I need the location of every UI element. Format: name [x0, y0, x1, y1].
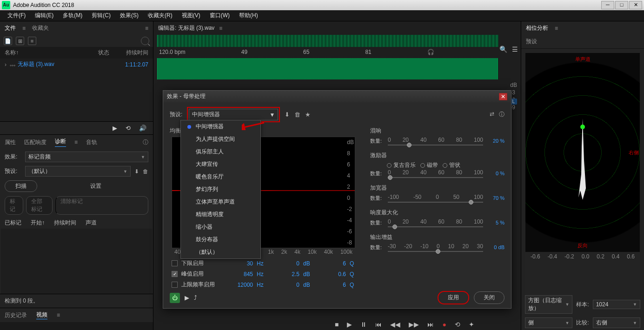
search-icon[interactable]: [141, 37, 149, 45]
dropdown-item[interactable]: 缩小器: [181, 221, 260, 233]
close-button[interactable]: 关闭: [474, 291, 505, 304]
settings-button[interactable]: 设置: [43, 182, 148, 190]
zoom-icon[interactable]: 🔍: [499, 46, 507, 53]
col-name[interactable]: 名称↑: [5, 49, 98, 57]
slider-knob[interactable]: [469, 200, 473, 205]
power-button[interactable]: ⏻: [170, 293, 180, 303]
gain-value[interactable]: 0: [272, 260, 299, 267]
menu-multitrack[interactable]: 多轨(M): [58, 12, 87, 20]
enable-checkbox[interactable]: [172, 282, 178, 288]
dropdown-item[interactable]: 精细透明度: [181, 208, 260, 221]
tab-loudness[interactable]: 匹配响度: [24, 139, 46, 146]
minimize-button[interactable]: ─: [601, 1, 614, 9]
dropdown-item[interactable]: 为人声提供空间: [181, 133, 260, 145]
freq-value[interactable]: 30: [225, 260, 253, 267]
slider-track[interactable]: [388, 177, 483, 178]
skip-back-button[interactable]: ⏮: [375, 321, 382, 328]
slider-value[interactable]: 70 %: [487, 195, 505, 201]
forward-button[interactable]: ▶▶: [409, 321, 419, 328]
dropdown-item[interactable]: 鼓分布器: [181, 233, 260, 246]
save-preset-icon[interactable]: ⬇: [285, 111, 290, 118]
preview-loop-button[interactable]: ⤴: [194, 294, 197, 301]
multitrack-icon[interactable]: ≡: [28, 37, 36, 45]
histogram-select[interactable]: 方图（日志缩放）▼: [525, 295, 572, 314]
info-icon[interactable]: ⓘ: [143, 139, 148, 146]
panel-menu-icon[interactable]: ≡: [74, 139, 78, 145]
slider-value[interactable]: 0 dB: [487, 244, 505, 250]
dlg-preset-select[interactable]: 中间增强器▼: [189, 109, 278, 120]
q-value[interactable]: 6: [318, 260, 346, 267]
col-status[interactable]: 状态: [98, 49, 126, 57]
gain-value[interactable]: 0: [272, 282, 299, 288]
tab-phase[interactable]: 相位分析: [526, 24, 548, 32]
clear-marks-chip[interactable]: 清除标记: [55, 196, 148, 215]
scan-button[interactable]: 扫描: [5, 180, 37, 192]
dropdown-item[interactable]: 暖色音乐厅: [181, 171, 260, 183]
apply-button[interactable]: 应用: [438, 291, 469, 304]
tab-history[interactable]: 历史记录: [5, 311, 27, 319]
menu-favorites[interactable]: 收藏夹(R): [143, 12, 177, 20]
dropdown-item[interactable]: 大肆宣传: [181, 158, 260, 171]
dropdown-item[interactable]: 立体声至单声道: [181, 196, 260, 208]
slider-knob[interactable]: [436, 249, 440, 254]
play-icon[interactable]: ▶: [113, 125, 117, 132]
slider-track[interactable]: [388, 226, 483, 227]
dropdown-item[interactable]: （默认）: [181, 246, 260, 258]
skip-fwd-button[interactable]: ⏭: [427, 321, 434, 328]
rewind-button[interactable]: ◀◀: [390, 321, 400, 328]
slider-value[interactable]: 20 %: [487, 138, 505, 144]
main-waveform[interactable]: +0 dB: [157, 58, 498, 79]
samples-select[interactable]: 1024▼: [593, 300, 640, 309]
play-button[interactable]: ▶: [347, 321, 352, 328]
menu-clip[interactable]: 剪辑(C): [87, 12, 115, 20]
tab-track[interactable]: 音轨: [86, 139, 97, 146]
mark-chip[interactable]: 标记: [5, 196, 23, 215]
tab-favorites[interactable]: 收藏夹: [32, 24, 49, 32]
exciter-mode-radio[interactable]: 磁带: [420, 161, 438, 169]
close-window-button[interactable]: ✕: [629, 1, 642, 9]
freq-value[interactable]: 845: [225, 271, 253, 277]
favorite-icon[interactable]: ★: [305, 111, 311, 118]
menu-edit[interactable]: 编辑(E): [30, 12, 58, 20]
file-item[interactable]: › ₊₊₊ 无标题 (3).wav 1:11:2.07: [0, 59, 153, 70]
spectral-icon[interactable]: ☰: [512, 46, 518, 53]
dropdown-item[interactable]: 梦幻序列: [181, 183, 260, 196]
loop-icon[interactable]: ⟲: [126, 125, 131, 132]
help-icon[interactable]: ⓘ: [499, 111, 505, 119]
stop-button[interactable]: ■: [335, 321, 339, 328]
preset-select[interactable]: （默认）▼: [25, 166, 131, 177]
mark-all-chip[interactable]: 全部标记: [26, 196, 53, 215]
expand-icon[interactable]: ›: [5, 61, 7, 68]
loop-button[interactable]: ⟲: [455, 321, 460, 328]
panel-menu-icon[interactable]: ≡: [22, 25, 26, 32]
headphone-icon[interactable]: 🎧: [427, 49, 434, 55]
menu-view[interactable]: 视图(V): [177, 12, 205, 20]
dialog-close-button[interactable]: ✕: [499, 93, 507, 100]
slider-value[interactable]: 5 %: [487, 220, 505, 225]
preview-play-button[interactable]: ▶: [185, 294, 189, 301]
open-file-icon[interactable]: 📄: [4, 37, 12, 45]
record-button[interactable]: ●: [442, 321, 446, 328]
panel-menu-icon[interactable]: ≡: [555, 25, 558, 32]
tab-files[interactable]: 文件: [5, 24, 16, 32]
q-value[interactable]: 6: [318, 282, 346, 288]
auto-play-icon[interactable]: 🔊: [139, 125, 146, 132]
pause-button[interactable]: ⏸: [360, 321, 367, 328]
compare-select[interactable]: 右侧▼: [593, 317, 640, 328]
col-duration[interactable]: 持续时间: [126, 49, 148, 57]
enable-checkbox[interactable]: [172, 271, 178, 277]
q-value[interactable]: 0.6: [318, 271, 346, 277]
save-preset-icon[interactable]: ⬇: [134, 168, 139, 175]
effect-select[interactable]: 标记音频▼: [25, 152, 148, 162]
menu-window[interactable]: 窗口(W): [205, 12, 234, 20]
panel-menu-icon[interactable]: ≡: [219, 25, 222, 32]
slider-track[interactable]: [388, 251, 483, 252]
tab-properties[interactable]: 属性: [5, 139, 16, 146]
maximize-button[interactable]: □: [615, 1, 628, 9]
exciter-mode-radio[interactable]: 复古音乐: [387, 161, 416, 169]
panel-menu-icon[interactable]: ≡: [145, 25, 148, 32]
record-icon[interactable]: ⊞: [16, 37, 24, 45]
exciter-mode-radio[interactable]: 管状: [443, 161, 460, 169]
channel-map-icon[interactable]: ⇄: [490, 111, 494, 119]
dropdown-item[interactable]: 俱乐部主人: [181, 145, 260, 158]
